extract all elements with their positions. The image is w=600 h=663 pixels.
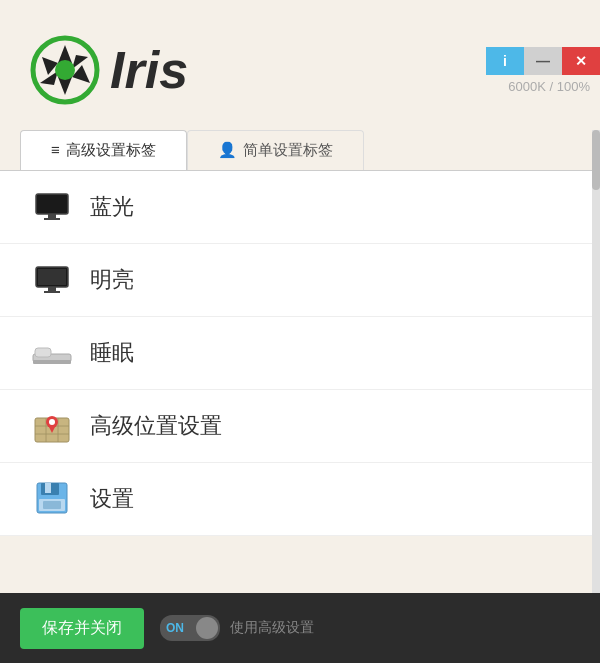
menu-item-blue-light[interactable]: 蓝光	[0, 171, 600, 244]
toggle-on-label: ON	[166, 621, 184, 635]
menu-item-brightness[interactable]: 明亮	[0, 244, 600, 317]
sleep-icon	[30, 335, 74, 371]
minimize-button[interactable]: —	[524, 47, 562, 75]
settings-label: 设置	[90, 484, 134, 514]
menu-item-sleep[interactable]: 睡眠	[0, 317, 600, 390]
tab-simple-icon: 👤	[218, 141, 237, 158]
content-area: 蓝光 明亮 睡眠	[0, 170, 600, 536]
svg-rect-17	[33, 360, 71, 364]
svg-point-7	[55, 60, 75, 80]
location-label: 高级位置设置	[90, 411, 222, 441]
save-close-button[interactable]: 保存并关闭	[20, 608, 144, 649]
logo-area: Iris	[0, 35, 188, 105]
svg-rect-28	[45, 483, 51, 493]
window-controls: i — ✕ 6000K / 100%	[486, 47, 600, 94]
tab-advanced-label: 高级设置标签	[66, 141, 156, 158]
svg-rect-10	[44, 218, 60, 220]
tab-advanced[interactable]: ≡高级设置标签	[20, 130, 187, 170]
advanced-toggle[interactable]: ON	[160, 615, 220, 641]
toggle-thumb	[196, 617, 218, 639]
window-buttons: i — ✕	[486, 47, 600, 75]
scrollbar-track[interactable]	[592, 130, 600, 593]
svg-point-24	[49, 419, 55, 425]
svg-rect-9	[48, 214, 56, 218]
menu-item-settings[interactable]: 设置	[0, 463, 600, 536]
svg-rect-14	[38, 269, 66, 285]
brightness-icon	[30, 262, 74, 298]
tab-simple[interactable]: 👤简单设置标签	[187, 130, 364, 170]
menu-item-location[interactable]: 高级位置设置	[0, 390, 600, 463]
tab-advanced-icon: ≡	[51, 141, 60, 158]
svg-rect-12	[48, 287, 56, 291]
svg-rect-8	[36, 194, 68, 214]
app-logo-icon	[30, 35, 100, 105]
brightness-label: 明亮	[90, 265, 134, 295]
settings-icon	[30, 481, 74, 517]
svg-rect-13	[44, 291, 60, 293]
toggle-area: ON 使用高级设置	[160, 615, 314, 641]
close-button[interactable]: ✕	[562, 47, 600, 75]
bottom-bar: 保存并关闭 ON 使用高级设置	[0, 593, 600, 663]
sleep-label: 睡眠	[90, 338, 134, 368]
location-icon	[30, 408, 74, 444]
title-bar: Iris i — ✕ 6000K / 100%	[0, 0, 600, 130]
status-display: 6000K / 100%	[508, 75, 600, 94]
app-name: Iris	[110, 40, 188, 100]
tab-simple-label: 简单设置标签	[243, 141, 333, 158]
svg-rect-16	[35, 348, 51, 357]
blue-light-icon	[30, 189, 74, 225]
tabs-container: ≡高级设置标签 👤简单设置标签	[0, 130, 600, 170]
blue-light-label: 蓝光	[90, 192, 134, 222]
info-button[interactable]: i	[486, 47, 524, 75]
scrollbar-thumb[interactable]	[592, 130, 600, 190]
advanced-settings-label: 使用高级设置	[230, 619, 314, 637]
svg-rect-30	[43, 501, 61, 509]
